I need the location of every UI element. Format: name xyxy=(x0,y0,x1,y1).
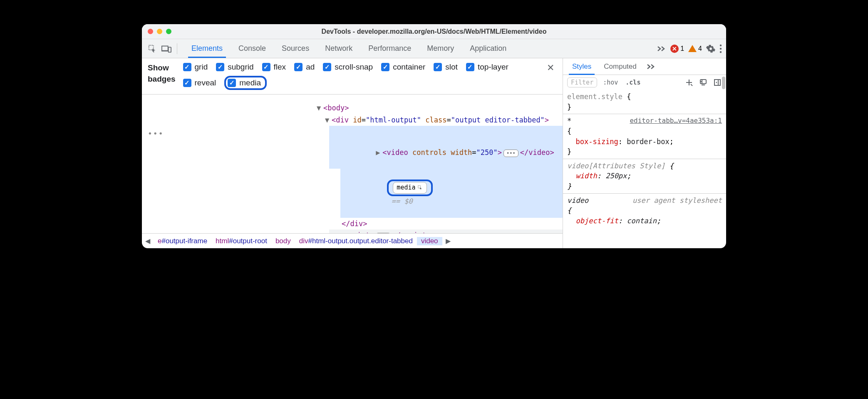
devtools-window: DevTools - developer.mozilla.org/en-US/d… xyxy=(142,24,726,248)
css-rules[interactable]: element.style {} * editor-tabb…v=4ae353a… xyxy=(563,90,726,229)
badge-checkbox-grid[interactable]: grid xyxy=(183,62,208,72)
badge-checkbox-subgrid[interactable]: subgrid xyxy=(216,62,253,72)
tab-elements[interactable]: Elements xyxy=(184,39,230,58)
breadcrumb-item[interactable]: e#output-iframe xyxy=(154,237,211,245)
breadcrumb-right-icon[interactable]: ▶ xyxy=(442,237,454,245)
titlebar: DevTools - developer.mozilla.org/en-US/d… xyxy=(142,24,726,39)
error-count-value: 1 xyxy=(680,45,684,52)
svg-point-5 xyxy=(720,47,722,49)
svg-point-6 xyxy=(720,51,722,52)
more-tabs-icon[interactable] xyxy=(657,45,666,52)
breadcrumb-item-selected[interactable]: video xyxy=(417,237,442,245)
tab-styles[interactable]: Styles xyxy=(566,58,597,75)
panel-tabs: Elements Console Sources Network Perform… xyxy=(184,39,514,58)
css-rule-universal[interactable]: * editor-tabb…v=4ae353a:1 { box-sizing: … xyxy=(567,116,722,157)
ellipsis-icon[interactable]: ••• xyxy=(503,150,518,157)
breadcrumb: ◀ e#output-iframe html#output-root body … xyxy=(142,233,563,248)
badges-label: Show badges xyxy=(148,62,176,85)
warning-count[interactable]: 4 xyxy=(688,45,702,52)
dom-node-body[interactable]: ▼<body> xyxy=(312,102,563,114)
window-title: DevTools - developer.mozilla.org/en-US/d… xyxy=(142,28,726,35)
svg-point-4 xyxy=(720,44,722,46)
svg-rect-1 xyxy=(162,46,168,50)
styles-tabs: Styles Computed xyxy=(563,58,726,75)
warning-count-value: 4 xyxy=(698,45,702,52)
media-badge-highlight: media xyxy=(387,180,432,196)
dom-tree[interactable]: ▼<body> ▼<div id="html-output" class="ou… xyxy=(142,95,563,233)
badge-checkbox-reveal[interactable]: reveal xyxy=(183,76,216,90)
zoom-window-button[interactable] xyxy=(166,29,171,34)
dom-node-div-close[interactable]: </div> xyxy=(337,218,563,230)
error-icon: ✕ xyxy=(670,45,679,53)
ua-stylesheet-label: user agent stylesheet xyxy=(632,195,722,206)
css-rule-video-attr[interactable]: video[Attributes Style] { width: 250px; … xyxy=(567,161,722,192)
traffic-lights xyxy=(148,29,171,34)
cls-button[interactable]: .cls xyxy=(624,79,642,86)
dom-node-video-badge-row: media == $0 xyxy=(340,169,563,218)
svg-rect-3 xyxy=(169,47,171,52)
dom-node-div[interactable]: ▼<div id="html-output" class="output edi… xyxy=(321,114,563,126)
badge-checkbox-scroll-snap[interactable]: scroll-snap xyxy=(323,62,373,72)
breadcrumb-item[interactable]: div#html-output.output.editor-tabbed xyxy=(295,237,417,245)
badge-checkbox-ad[interactable]: ad xyxy=(294,62,315,72)
minimize-window-button[interactable] xyxy=(157,29,162,34)
tab-console[interactable]: Console xyxy=(231,39,273,58)
computed-panel-icon[interactable] xyxy=(699,78,708,87)
badge-checkbox-flex[interactable]: flex xyxy=(262,62,286,72)
tab-memory[interactable]: Memory xyxy=(419,39,461,58)
breadcrumb-left-icon[interactable]: ◀ xyxy=(142,237,154,245)
settings-icon[interactable] xyxy=(706,44,715,53)
elements-panel: Show badges grid subgrid flex ad scroll-… xyxy=(142,58,563,248)
styles-filter-bar: Filter :hov .cls xyxy=(563,75,726,90)
tab-computed[interactable]: Computed xyxy=(598,58,642,75)
more-menu-icon[interactable] xyxy=(719,44,722,53)
breadcrumb-item[interactable]: body xyxy=(271,237,295,245)
badges-checklist: grid subgrid flex ad scroll-snap contain… xyxy=(183,62,512,90)
badges-bar: Show badges grid subgrid flex ad scroll-… xyxy=(142,58,563,95)
media-badge[interactable]: media xyxy=(393,182,427,194)
badge-checkbox-media[interactable]: media xyxy=(224,76,267,90)
selected-marker-icon: ••• xyxy=(148,128,164,139)
stylesheet-link[interactable]: editor-tabb…v=4ae353a:1 xyxy=(630,116,722,125)
tab-application[interactable]: Application xyxy=(462,39,514,58)
selected-node-indicator: == $0 xyxy=(387,197,412,205)
new-rule-icon[interactable] xyxy=(684,78,694,87)
more-tabs-icon[interactable] xyxy=(647,63,656,70)
badge-checkbox-slot[interactable]: slot xyxy=(434,62,458,72)
badge-checkbox-container[interactable]: container xyxy=(381,62,425,72)
css-rule-element-style[interactable]: element.style {} xyxy=(567,92,722,112)
tab-network[interactable]: Network xyxy=(317,39,360,58)
scrollbar-thumb[interactable] xyxy=(722,77,725,89)
styles-panel: Styles Computed Filter :hov .cls xyxy=(563,58,726,248)
sidebar-toggle-icon[interactable] xyxy=(713,78,722,87)
ellipsis-icon[interactable]: ••• xyxy=(376,233,391,233)
main-toolbar: Elements Console Sources Network Perform… xyxy=(142,39,726,58)
badge-checkbox-top-layer[interactable]: top-layer xyxy=(466,62,508,72)
styles-filter-input[interactable]: Filter xyxy=(567,77,597,87)
svg-rect-2 xyxy=(161,50,169,51)
close-icon[interactable]: ✕ xyxy=(544,62,557,73)
device-toolbar-icon[interactable] xyxy=(160,42,173,55)
css-rule-video-ua[interactable]: video user agent stylesheet { object-fit… xyxy=(567,195,722,226)
content-area: Show badges grid subgrid flex ad scroll-… xyxy=(142,58,726,248)
inspect-element-icon[interactable] xyxy=(146,42,159,55)
error-count[interactable]: ✕ 1 xyxy=(670,45,684,53)
dom-node-script[interactable]: ▶<script>•••</script> xyxy=(329,229,563,233)
tab-performance[interactable]: Performance xyxy=(361,39,419,58)
hov-button[interactable]: :hov xyxy=(601,79,620,86)
breadcrumb-item[interactable]: html#output-root xyxy=(211,237,271,245)
warning-icon xyxy=(688,45,697,52)
close-window-button[interactable] xyxy=(148,29,153,34)
dom-node-video[interactable]: ••• ▶<video controls width="250">•••</vi… xyxy=(329,126,563,169)
tab-sources[interactable]: Sources xyxy=(274,39,317,58)
